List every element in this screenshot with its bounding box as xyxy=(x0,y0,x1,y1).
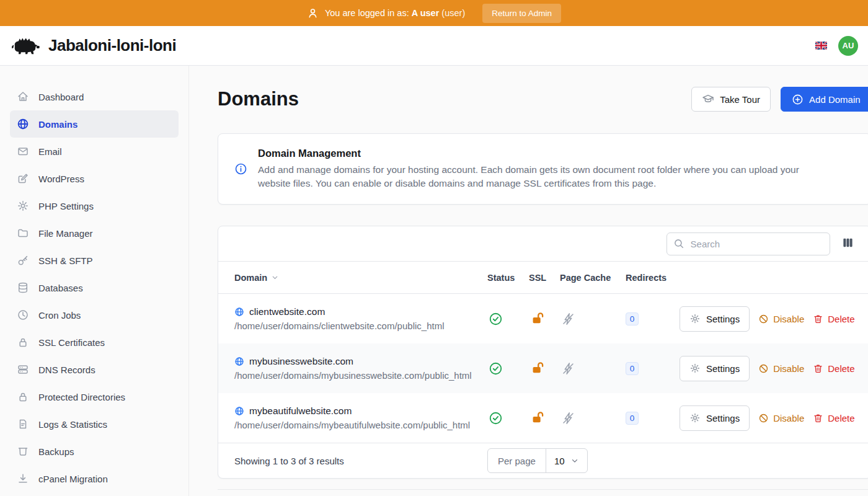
columns-toggle-button[interactable] xyxy=(841,236,855,252)
page-cache-off-icon[interactable] xyxy=(561,312,575,326)
document-icon xyxy=(17,418,29,430)
sidebar-item-label: Databases xyxy=(38,283,83,293)
banner-user-name: A user xyxy=(412,8,440,18)
delete-button[interactable]: Delete xyxy=(813,413,854,423)
sidebar-item-protected-directories[interactable]: Protected Directories xyxy=(10,383,179,410)
chevron-down-icon xyxy=(271,273,279,281)
sidebar-item-cron-jobs[interactable]: Cron Jobs xyxy=(10,301,179,329)
redirects-count-badge[interactable]: 0 xyxy=(626,362,639,375)
server-icon xyxy=(17,363,29,376)
impersonation-banner: You are logged in as: A user (user) Retu… xyxy=(0,0,868,26)
domain-globe-icon xyxy=(234,406,244,416)
domain-globe-icon xyxy=(234,307,244,317)
folder-icon xyxy=(17,227,29,239)
sidebar-item-dashboard[interactable]: Dashboard xyxy=(10,83,179,110)
sidebar-item-label: Domains xyxy=(38,119,78,130)
domain-name[interactable]: mybeautifulwebsite.com xyxy=(249,405,352,417)
ssl-unlocked-icon[interactable] xyxy=(530,360,544,377)
ban-icon xyxy=(758,314,769,324)
disable-button[interactable]: Disable xyxy=(758,363,804,374)
domain-path: /home/user/domains/mybeautifulwebsite.co… xyxy=(234,420,487,430)
info-card-title: Domain Management xyxy=(258,148,819,159)
sidebar-item-label: Dashboard xyxy=(38,92,84,102)
disable-button[interactable]: Disable xyxy=(758,314,804,324)
column-header-page-cache: Page Cache xyxy=(560,273,626,283)
sidebar-item-label: File Manager xyxy=(38,228,93,239)
redirects-count-badge[interactable]: 0 xyxy=(626,312,639,326)
delete-button[interactable]: Delete xyxy=(813,363,854,374)
page-footer-divider xyxy=(218,489,868,496)
sidebar-item-ssh-sftp[interactable]: SSH & SFTP xyxy=(10,247,179,274)
sidebar-item-wordpress[interactable]: WordPress xyxy=(10,165,179,192)
settings-button[interactable]: Settings xyxy=(680,356,750,381)
domain-name[interactable]: clientwebsite.com xyxy=(249,306,325,317)
sidebar-item-label: WordPress xyxy=(38,174,84,184)
sidebar-item-dns-records[interactable]: DNS Records xyxy=(10,356,179,383)
avatar[interactable]: AU xyxy=(838,36,858,56)
banner-user-role: (user) xyxy=(441,8,465,18)
globe-icon xyxy=(17,118,29,130)
settings-button[interactable]: Settings xyxy=(680,306,750,332)
sidebar-item-backups[interactable]: Backups xyxy=(10,438,179,465)
chevron-down-icon xyxy=(570,456,579,465)
settings-button[interactable]: Settings xyxy=(680,405,750,431)
sidebar-item-label: cPanel Migration xyxy=(38,474,108,484)
gear-icon xyxy=(689,363,701,374)
domains-table-card: Domain Status SSL Page Cache Redirects xyxy=(218,226,868,479)
table-row: mybusinesswebsite.com /home/user/domains… xyxy=(218,343,868,393)
table-row: clientwebsite.com /home/user/domains/cli… xyxy=(218,294,868,343)
domain-name[interactable]: mybusinesswebsite.com xyxy=(249,356,353,367)
return-to-admin-button[interactable]: Return to Admin xyxy=(482,4,561,23)
column-header-ssl: SSL xyxy=(529,273,560,283)
sidebar-item-label: PHP Settings xyxy=(38,201,94,211)
sidebar-item-ssl-certificates[interactable]: SSL Certificates xyxy=(10,329,179,356)
info-circle-icon xyxy=(234,162,247,175)
per-page-select[interactable]: 10 xyxy=(546,449,587,472)
info-card-description: Add and manage domains for your hosting … xyxy=(258,163,819,190)
pencil-square-icon xyxy=(17,172,29,185)
download-icon xyxy=(17,472,29,485)
add-domain-button[interactable]: Add Domain xyxy=(781,87,868,112)
sidebar-item-cpanel-migration[interactable]: cPanel Migration xyxy=(10,465,179,492)
sidebar-item-file-manager[interactable]: File Manager xyxy=(10,219,179,247)
page-cache-off-icon[interactable] xyxy=(561,361,575,376)
sidebar-item-databases[interactable]: Databases xyxy=(10,274,179,301)
status-enabled-icon xyxy=(489,361,503,376)
user-icon xyxy=(307,7,319,19)
table-row: mybeautifulwebsite.com /home/user/domain… xyxy=(218,393,868,443)
graduation-cap-icon xyxy=(702,93,714,105)
app-header: Jabaloni-loni-loni AU xyxy=(0,26,868,66)
clock-icon xyxy=(17,309,29,321)
delete-button[interactable]: Delete xyxy=(813,314,854,324)
ban-icon xyxy=(758,363,769,374)
banner-message: You are logged in as: A user (user) xyxy=(325,8,465,18)
page-cache-off-icon[interactable] xyxy=(561,411,575,425)
column-header-domain[interactable]: Domain xyxy=(234,273,487,283)
sidebar-item-logs-statistics[interactable]: Logs & Statistics xyxy=(10,410,179,438)
ban-icon xyxy=(758,413,769,423)
ssl-unlocked-icon[interactable] xyxy=(530,311,544,327)
ssl-unlocked-icon[interactable] xyxy=(530,410,544,427)
sidebar-item-email[interactable]: Email xyxy=(10,138,179,165)
search-input[interactable] xyxy=(666,232,830,255)
sidebar-item-label: DNS Records xyxy=(38,365,95,375)
disable-button[interactable]: Disable xyxy=(758,413,804,423)
sidebar-item-php-settings[interactable]: PHP Settings xyxy=(10,192,179,219)
sidebar-item-domains[interactable]: Domains xyxy=(10,110,179,138)
gear-icon xyxy=(689,412,701,423)
mail-icon xyxy=(17,145,29,157)
sidebar-item-label: SSH & SFTP xyxy=(38,255,93,266)
uk-flag-icon[interactable] xyxy=(815,42,827,50)
trash-icon xyxy=(813,363,823,374)
sidebar-item-label: Email xyxy=(38,146,62,157)
sidebar-item-label: Cron Jobs xyxy=(38,310,81,321)
database-icon xyxy=(17,281,29,294)
take-tour-button[interactable]: Take Tour xyxy=(691,87,771,112)
trash-icon xyxy=(813,413,823,423)
domain-path: /home/user/domains/mybusinesswebsite.com… xyxy=(234,370,487,381)
search-box xyxy=(666,232,830,255)
per-page-label: Per page xyxy=(488,449,546,472)
brand[interactable]: Jabaloni-loni-loni xyxy=(10,33,176,58)
redirects-count-badge[interactable]: 0 xyxy=(626,412,639,425)
table-footer: Showing 1 to 3 of 3 results Per page 10 xyxy=(218,443,868,478)
